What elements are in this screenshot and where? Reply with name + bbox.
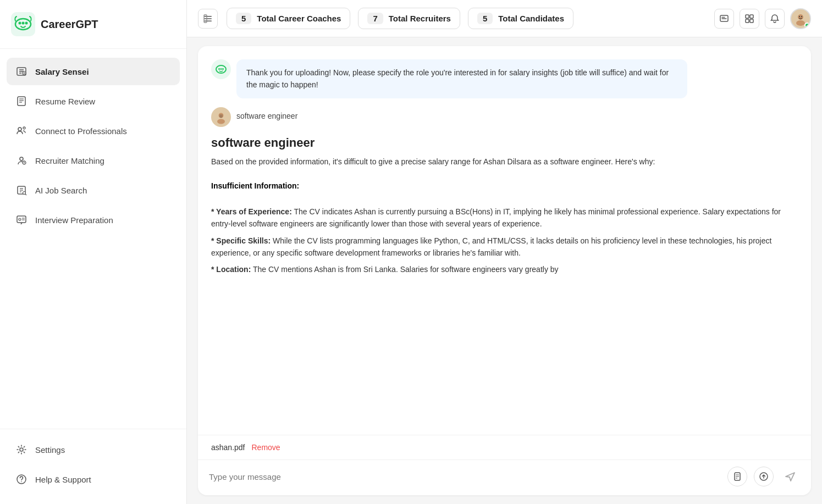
sidebar-item-resume-review[interactable]: Resume Review (7, 87, 180, 115)
candidates-count: 5 (477, 13, 493, 24)
stats-badges: 5 Total Career Coaches 7 Total Recruiter… (227, 8, 705, 29)
app-name: CareerGPT (41, 18, 98, 31)
user-avatar[interactable] (790, 8, 811, 29)
svg-point-29 (19, 218, 21, 220)
svg-rect-43 (746, 19, 749, 23)
user-message: software engineer (211, 107, 798, 127)
chat-messages: Thank you for uploading! Now, please spe… (198, 46, 811, 435)
sidebar-item-interview-preparation[interactable]: Interview Preparation (7, 206, 180, 234)
sidebar-toggle-button[interactable] (198, 9, 218, 29)
svg-point-16 (18, 128, 21, 131)
upload-button[interactable] (754, 467, 774, 486)
ai-job-search-icon (15, 184, 27, 196)
svg-line-27 (25, 194, 26, 195)
sidebar-bottom: Settings Help & Support (0, 429, 186, 504)
svg-rect-41 (746, 15, 749, 18)
svg-point-33 (20, 448, 23, 451)
bot-bubble: Thank you for uploading! Now, please spe… (236, 59, 687, 98)
topbar-icons (714, 8, 811, 29)
bot-avatar (211, 59, 231, 79)
send-button[interactable] (780, 467, 800, 486)
user-avatar-small (211, 107, 231, 127)
sidebar-item-label: Recruiter Matching (35, 156, 104, 165)
settings-icon (15, 444, 27, 456)
svg-rect-36 (204, 16, 212, 17)
svg-point-4 (25, 22, 28, 25)
section-header: Insufficient Information: (211, 181, 798, 190)
recruiters-count: 7 (367, 13, 383, 24)
attach-file-button[interactable] (727, 467, 747, 486)
bullet-text-1: While the CV lists programming languages… (211, 236, 771, 257)
svg-point-48 (801, 16, 802, 17)
sidebar-item-label: Salary Sensei (35, 67, 89, 76)
interview-preparation-icon (15, 214, 27, 226)
response-title: software engineer (211, 136, 798, 150)
sidebar-item-ai-job-search[interactable]: AI Job Search (7, 176, 180, 204)
sidebar-item-recruiter-matching[interactable]: Recruiter Matching (7, 147, 180, 174)
chat-box: Thank you for uploading! Now, please spe… (198, 46, 811, 495)
sidebar-item-help-support[interactable]: Help & Support (7, 466, 180, 493)
chat-input[interactable] (209, 472, 721, 481)
bullet-bold-0: * Years of Experience: (211, 207, 292, 216)
svg-point-18 (20, 157, 23, 160)
resume-review-icon (15, 95, 27, 107)
online-indicator (804, 23, 810, 28)
remove-file-button[interactable]: Remove (252, 443, 280, 452)
svg-point-2 (19, 22, 21, 25)
svg-point-51 (220, 68, 222, 70)
bullet-text-2: The CV mentions Ashan is from Sri Lanka.… (253, 265, 559, 274)
salary-sensei-icon (15, 65, 27, 77)
main-content: 5 Total Career Coaches 7 Total Recruiter… (187, 0, 822, 504)
sidebar-item-connect-professionals[interactable]: Connect to Professionals (7, 117, 180, 145)
sidebar-item-salary-sensei[interactable]: Salary Sensei (7, 58, 180, 85)
recruiter-matching-icon (15, 154, 27, 167)
response-content: software engineer Based on the provided … (211, 136, 798, 284)
career-coaches-label: Total Career Coaches (257, 14, 341, 23)
sidebar-nav: Salary Sensei Resume Review (0, 49, 186, 429)
logo-area: CareerGPT (0, 0, 186, 49)
bot-message: Thank you for uploading! Now, please spe… (211, 59, 798, 98)
topbar: 5 Total Career Coaches 7 Total Recruiter… (187, 0, 822, 37)
bullet-item-0: * Years of Experience: The CV indicates … (211, 206, 798, 230)
svg-point-52 (222, 68, 224, 70)
file-attachment-bar: ashan.pdf Remove (198, 435, 811, 459)
svg-rect-42 (750, 15, 753, 18)
notification-button[interactable] (765, 9, 785, 29)
grid-button[interactable] (740, 9, 759, 29)
svg-rect-38 (204, 20, 212, 21)
total-candidates-badge: 5 Total Candidates (468, 8, 573, 29)
bullet-item-1: * Specific Skills: While the CV lists pr… (211, 235, 798, 259)
sidebar-item-label: Resume Review (35, 97, 95, 106)
chat-container: Thank you for uploading! Now, please spe… (187, 37, 822, 504)
svg-point-50 (218, 68, 220, 70)
bot-message-text: Thank you for uploading! Now, please spe… (246, 68, 669, 89)
sidebar-item-label: Connect to Professionals (35, 126, 127, 136)
svg-rect-37 (204, 18, 212, 19)
recruiters-label: Total Recruiters (389, 14, 451, 23)
svg-point-17 (23, 127, 25, 129)
svg-point-47 (799, 16, 800, 17)
messages-button[interactable] (714, 9, 734, 29)
svg-point-46 (796, 20, 805, 26)
file-name: ashan.pdf (211, 443, 245, 452)
svg-point-55 (220, 115, 221, 116)
bullet-text-0: The CV indicates Ashan is currently purs… (211, 207, 781, 228)
careergpt-logo-icon (11, 12, 35, 36)
svg-point-35 (21, 481, 22, 483)
sidebar-item-label: Settings (35, 445, 65, 455)
total-recruiters-badge: 7 Total Recruiters (358, 8, 460, 29)
bullet-bold-2: * Location: (211, 265, 251, 274)
response-intro: Based on the provided information, it's … (211, 156, 798, 168)
connect-professionals-icon (15, 125, 27, 137)
svg-point-26 (23, 192, 26, 195)
bullet-item-2: * Location: The CV mentions Ashan is fro… (211, 263, 798, 275)
career-coaches-count: 5 (236, 13, 251, 24)
sidebar-item-settings[interactable]: Settings (7, 436, 180, 463)
help-support-icon (15, 473, 27, 485)
candidates-label: Total Candidates (498, 14, 564, 23)
svg-point-3 (22, 22, 25, 25)
sidebar-item-label: AI Job Search (35, 186, 87, 195)
bullet-bold-1: * Specific Skills: (211, 236, 271, 245)
sidebar: CareerGPT Salary Sensei (0, 0, 187, 504)
chat-input-area (198, 459, 811, 495)
